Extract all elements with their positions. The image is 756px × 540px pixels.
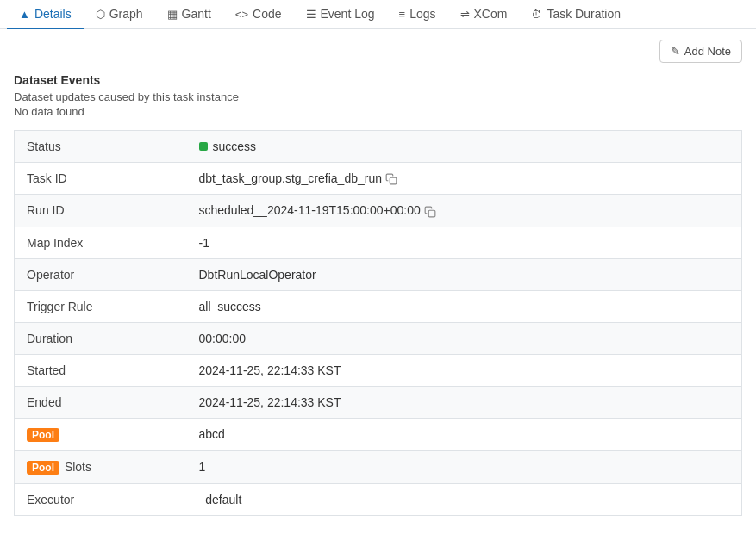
tab-code[interactable]: <> Code [223, 0, 294, 29]
table-row: Poolabcd [15, 418, 742, 450]
table-row: Task IDdbt_task_group.stg_crefia_db_run [15, 163, 742, 195]
no-data-label: No data found [14, 105, 742, 118]
dataset-events-desc: Dataset updates caused by this task inst… [14, 90, 742, 103]
xcom-icon: ⇌ [460, 8, 470, 21]
dataset-events-title: Dataset Events [14, 73, 742, 87]
tab-bar: ▲ Details ⬡ Graph ▦ Gantt <> Code ☰ Even… [0, 0, 756, 29]
tab-task-duration[interactable]: ⏱ Task Duration [519, 0, 633, 29]
copy-icon[interactable] [385, 173, 397, 185]
dataset-events-section: Dataset Events Dataset updates caused by… [14, 73, 742, 118]
table-row: Duration00:00:00 [15, 322, 742, 354]
tab-gantt[interactable]: ▦ Gantt [155, 0, 223, 29]
logs-icon: ≡ [399, 8, 406, 21]
table-row: Executor_default_ [15, 483, 742, 515]
graph-icon: ⬡ [96, 8, 105, 21]
status-badge: success [199, 140, 257, 153]
table-row: Pool Slots1 [15, 450, 742, 483]
table-row: Started2024-11-25, 22:14:33 KST [15, 354, 742, 386]
code-icon: <> [235, 8, 248, 21]
table-row: Run IDscheduled__2024-11-19T15:00:00+00:… [15, 195, 742, 227]
status-dot [199, 142, 208, 151]
svg-rect-1 [428, 210, 435, 217]
svg-rect-0 [390, 178, 397, 185]
event-log-icon: ☰ [306, 8, 316, 21]
pool-badge: Pool [27, 461, 59, 475]
table-row: OperatorDbtRunLocalOperator [15, 258, 742, 290]
tab-event-log[interactable]: ☰ Event Log [294, 0, 387, 29]
table-row: Ended2024-11-25, 22:14:33 KST [15, 386, 742, 418]
table-row: Trigger Ruleall_success [15, 290, 742, 322]
status-label: success [213, 140, 257, 153]
task-duration-icon: ⏱ [531, 8, 542, 21]
details-table: StatussuccessTask IDdbt_task_group.stg_c… [14, 130, 742, 516]
table-row: Map Index-1 [15, 227, 742, 258]
pool-badge: Pool [27, 428, 59, 442]
details-icon: ▲ [19, 8, 30, 21]
tab-graph[interactable]: ⬡ Graph [84, 0, 155, 29]
toolbar: ✎ Add Note [14, 40, 742, 63]
copy-value: dbt_task_group.stg_crefia_db_run [199, 171, 382, 185]
gantt-icon: ▦ [167, 8, 178, 21]
copy-icon[interactable] [424, 206, 436, 218]
copy-value: scheduled__2024-11-19T15:00:00+00:00 [199, 203, 421, 217]
pencil-icon: ✎ [671, 45, 680, 58]
tab-details[interactable]: ▲ Details [7, 0, 84, 29]
tab-logs[interactable]: ≡ Logs [387, 0, 448, 29]
content-area: ✎ Add Note Dataset Events Dataset update… [0, 29, 756, 526]
add-note-button[interactable]: ✎ Add Note [659, 40, 742, 63]
table-row: Statussuccess [15, 131, 742, 163]
tab-xcom[interactable]: ⇌ XCom [448, 0, 520, 29]
